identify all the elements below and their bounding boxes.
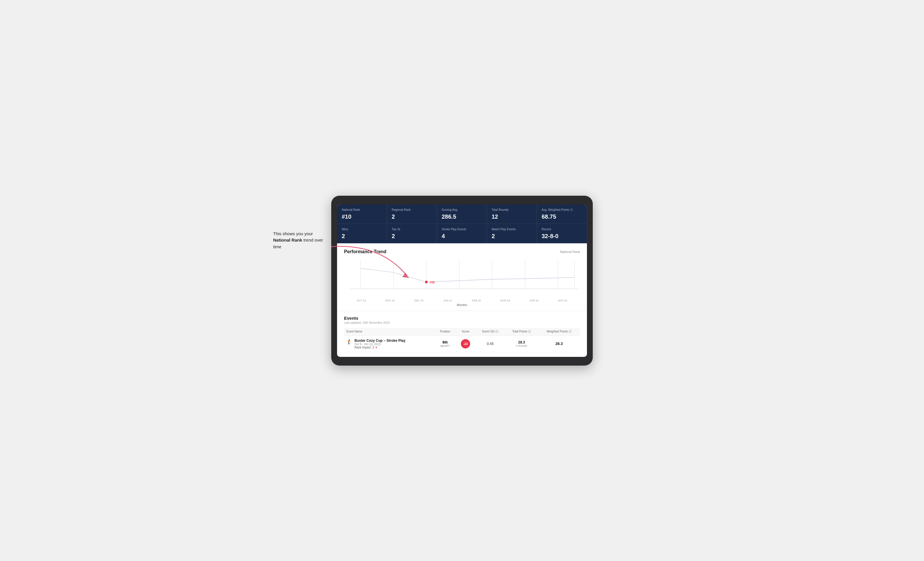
tablet-frame: National Rank #10 Regional Rank 2 Scorin… [331, 196, 593, 366]
svg-text:#10: #10 [430, 280, 435, 284]
events-table: Event Name Position Score Event SG ⓘ Tot… [344, 328, 580, 352]
table-header-row: Event Name Position Score Event SG ⓘ Tot… [344, 328, 580, 336]
position-sub: out of 7 [437, 344, 453, 347]
event-weighted-points-cell: 28.3 [538, 335, 580, 352]
stat-match-play-events: Match Play Events 2 [487, 224, 537, 243]
chart-svg: #10 [344, 259, 580, 297]
total-points-rounds: 3 Rounds [507, 344, 536, 347]
performance-chart: #10 [344, 259, 580, 297]
perf-header: Performance Trend National Rank [344, 249, 580, 254]
stats-row-1: National Rank #10 Regional Rank 2 Scorin… [337, 204, 587, 224]
performance-trend-title: Performance Trend [344, 249, 387, 254]
x-label-feb24: FEB 24 [462, 299, 491, 302]
x-label-dec23: DEC 23 [405, 299, 433, 302]
event-total-points-cell: 28.3 3 Rounds [505, 335, 538, 352]
stats-row-2: Wins 2 Top 3s 2 Stroke Play Events 4 Mat… [337, 224, 587, 243]
event-position-cell: 6th out of 7 [434, 335, 456, 352]
performance-section: Performance Trend National Rank [337, 243, 587, 311]
outer-wrapper: This shows you your National Rank trend … [331, 196, 593, 366]
event-golf-icon: 🏌 [346, 339, 352, 345]
x-label-oct23: OCT 23 [347, 299, 376, 302]
svg-point-10 [425, 280, 428, 283]
col-score: Score [456, 328, 476, 336]
event-score-cell: -22 [456, 335, 476, 352]
tablet-screen: National Rank #10 Regional Rank 2 Scorin… [337, 204, 587, 357]
chart-x-labels: OCT 23 NOV 23 DEC 23 JAN 24 FEB 24 MAR 2… [344, 299, 580, 302]
stat-stroke-play-events: Stroke Play Events 4 [437, 224, 487, 243]
chart-x-axis-title: Months [344, 303, 580, 307]
table-row: 🏌 Buster Cozy Cup – Stroke Play Oct 9 - … [344, 335, 580, 352]
stat-regional-rank: Regional Rank 2 [387, 204, 437, 224]
col-position: Position [434, 328, 456, 336]
x-label-nov23: NOV 23 [376, 299, 405, 302]
position-main: 6th [442, 340, 448, 344]
x-label-may24: MAY 24 [548, 299, 577, 302]
event-name-main: Buster Cozy Cup – Stroke Play [354, 338, 405, 343]
annotation-tooltip: This shows you your National Rank trend … [273, 230, 328, 250]
x-label-apr24: APR 24 [519, 299, 548, 302]
events-section: Events Last updated: 24th November 2023 … [337, 311, 587, 357]
events-last-updated: Last updated: 24th November 2023 [344, 321, 580, 325]
col-total-points: Total Points ⓘ [505, 328, 538, 336]
event-name-cell: 🏌 Buster Cozy Cup – Stroke Play Oct 9 - … [344, 335, 434, 352]
event-date: Oct 9 - Oct 10, 2023 [354, 343, 405, 346]
event-rank-impact: Rank Impact: 3 ▼ [354, 346, 405, 349]
col-event-sg: Event SG ⓘ [476, 328, 505, 336]
stats-header: National Rank #10 Regional Rank 2 Scorin… [337, 204, 587, 243]
rank-impact-arrow: ▼ [375, 346, 378, 349]
weighted-points-value: 28.3 [540, 341, 578, 346]
performance-trend-label: National Rank [560, 250, 580, 253]
stat-national-rank: National Rank #10 [337, 204, 387, 224]
x-label-jan24: JAN 24 [433, 299, 462, 302]
event-sg-value: 0.45 [478, 342, 502, 346]
stat-avg-weighted-points: Avg. Weighted Points ⓘ 68.75 [537, 204, 587, 224]
score-badge: -22 [461, 339, 470, 349]
x-label-mar24: MAR 24 [491, 299, 519, 302]
col-event-name: Event Name [344, 328, 434, 336]
col-weighted-points: Weighted Points ⓘ [538, 328, 580, 336]
stat-total-rounds: Total Rounds 12 [487, 204, 537, 224]
events-title: Events [344, 316, 580, 320]
total-points-main: 28.3 [507, 340, 536, 344]
stat-wins: Wins 2 [337, 224, 387, 243]
event-sg-cell: 0.45 [476, 335, 505, 352]
stat-record: Record 32-8-0 [537, 224, 587, 243]
stat-scoring-avg: Scoring Avg. 286.5 [437, 204, 487, 224]
stat-top3s: Top 3s 2 [387, 224, 437, 243]
